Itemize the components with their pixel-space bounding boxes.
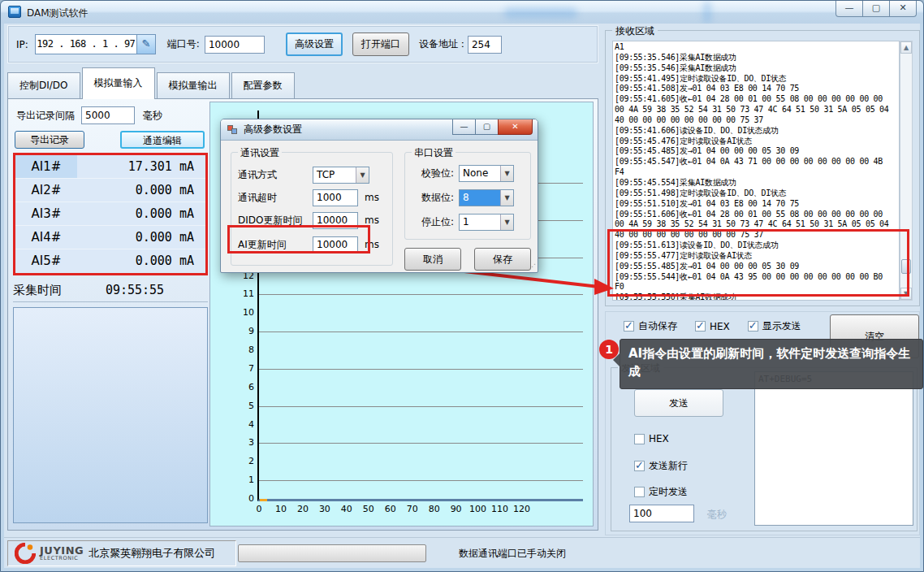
scrollbar-thumb[interactable] xyxy=(901,259,911,274)
chevron-down-icon[interactable]: ▼ xyxy=(500,214,513,230)
port-label: 端口号: xyxy=(167,37,200,51)
open-port-button[interactable]: 打开端口 xyxy=(352,32,409,56)
timed-send-checkbox[interactable]: 定时发送 xyxy=(634,485,688,499)
table-row[interactable]: AI4# 0.000 mA xyxy=(15,226,205,249)
progress-bar xyxy=(238,544,426,562)
comm-timeout-unit: ms xyxy=(365,192,379,203)
auto-save-label: 自动保存 xyxy=(638,319,677,333)
send-area-group: 发送区域 发送 HEX 发送新行 定时发送 毫秒 xyxy=(611,367,918,531)
auto-save-checkbox[interactable]: 自动保存 xyxy=(624,319,677,333)
dialog-minimize-button[interactable]: — xyxy=(452,119,476,135)
comm-group-title: 通讯设置 xyxy=(238,146,282,160)
x-tick-label: 60 xyxy=(385,504,396,514)
save-button[interactable]: 保存 xyxy=(474,248,531,271)
show-send-checkbox[interactable]: 显示发送 xyxy=(748,319,801,333)
table-row[interactable]: AI1# 17.301 mA xyxy=(15,155,205,179)
hex-send-label: HEX xyxy=(649,433,669,444)
ai-update-input[interactable] xyxy=(313,236,358,254)
chevron-down-icon[interactable]: ▼ xyxy=(500,190,513,206)
y-tick-label: 5 xyxy=(230,401,254,411)
device-addr-input[interactable] xyxy=(468,36,502,54)
collect-time-label: 采集时间 xyxy=(13,278,62,301)
advanced-settings-button[interactable]: 高级设置 xyxy=(286,32,343,56)
hex-send-checkbox[interactable]: HEX xyxy=(634,433,669,444)
brand-sub: ELECTRONIC xyxy=(40,556,84,561)
table-row[interactable]: AI2# 0.000 mA xyxy=(15,179,205,202)
parity-select[interactable]: None ▼ xyxy=(459,165,514,182)
y-tick-label: 10 xyxy=(230,307,254,318)
ai-channel[interactable]: AI5# xyxy=(15,249,77,273)
ip-value[interactable]: 192 . 168 . 1 . 97 xyxy=(36,35,136,54)
y-tick-label: 11 xyxy=(230,288,254,299)
gridline xyxy=(259,480,583,481)
y-tick-label: 4 xyxy=(230,419,254,430)
checkbox-icon[interactable] xyxy=(624,321,634,332)
table-row[interactable]: AI5# 0.000 mA xyxy=(15,249,205,273)
export-interval-label: 导出记录间隔 xyxy=(16,109,75,123)
chevron-down-icon[interactable]: ▼ xyxy=(500,166,513,181)
tab-control-dido[interactable]: 控制DI/DO xyxy=(7,72,80,99)
checkbox-icon[interactable] xyxy=(748,321,758,332)
send-text-input[interactable]: AT+DEBUG=5 xyxy=(754,371,913,526)
pencil-icon[interactable]: ✎ xyxy=(136,35,155,54)
export-interval-input[interactable] xyxy=(81,106,135,124)
checkbox-icon[interactable] xyxy=(634,487,645,497)
ai-update-label: AI更新时间 xyxy=(238,238,313,252)
tab-analog-input[interactable]: 模拟量输入 xyxy=(82,67,155,99)
ai-channel[interactable]: AI3# xyxy=(15,202,77,225)
gridline xyxy=(259,294,583,295)
dido-update-input[interactable] xyxy=(313,212,358,229)
port-input[interactable] xyxy=(205,36,265,54)
maximize-button[interactable]: ▢ xyxy=(862,1,890,17)
ai-value: 0.000 mA xyxy=(77,179,205,202)
parity-value: None xyxy=(460,166,500,181)
ai-value: 0.000 mA xyxy=(77,202,205,225)
hex-recv-checkbox[interactable]: HEX xyxy=(695,319,730,333)
tab-analog-output[interactable]: 模拟量输出 xyxy=(157,72,230,99)
x-tick-label: 50 xyxy=(363,504,374,514)
scroll-up-icon[interactable]: ▲ xyxy=(900,41,912,54)
channel-edit-button[interactable]: 通道编辑 xyxy=(120,131,205,149)
serial-settings-group: 串口设置 校验位: None ▼ 数据位: 8 ▼ xyxy=(404,152,531,240)
y-tick-label: 6 xyxy=(230,382,254,392)
log-scrollbar[interactable]: ▲ ▼ xyxy=(900,41,913,301)
checkbox-icon[interactable] xyxy=(634,434,645,444)
ip-input[interactable]: 192 . 168 . 1 . 97 ✎ xyxy=(35,34,156,54)
scroll-down-icon[interactable]: ▼ xyxy=(900,288,912,300)
comm-mode-select[interactable]: TCP ▼ xyxy=(313,167,369,184)
receive-log[interactable]: A1 [09:55:35.546]采集AI数据成功 [09:55:35.546]… xyxy=(612,41,900,301)
gridline xyxy=(259,406,583,407)
ai-value-table: AI1# 17.301 mA AI2# 0.000 mA AI3# 0.000 … xyxy=(13,153,208,275)
dialog-close-button[interactable]: ✕ xyxy=(498,119,533,135)
ai-channel[interactable]: AI2# xyxy=(15,179,77,202)
send-button[interactable]: 发送 xyxy=(634,389,723,417)
close-button[interactable]: ✕ xyxy=(889,1,917,17)
minimize-button[interactable]: — xyxy=(835,1,863,17)
cancel-button[interactable]: 取消 xyxy=(404,248,461,271)
export-record-button[interactable]: 导出记录 xyxy=(15,131,84,149)
checkbox-icon[interactable] xyxy=(695,321,706,332)
checkbox-icon[interactable] xyxy=(634,461,645,471)
x-tick-label: 70 xyxy=(407,504,418,514)
serial-group-title: 串口设置 xyxy=(412,146,456,160)
dialog-maximize-button[interactable]: ▢ xyxy=(475,119,499,135)
dialog-title-bar[interactable]: 高级参数设置 — ▢ ✕ xyxy=(221,119,538,141)
glass-reflection xyxy=(504,7,577,19)
send-newline-label: 发送新行 xyxy=(649,459,688,473)
table-row[interactable]: AI3# 0.000 mA xyxy=(15,202,205,226)
y-tick-label: 0 xyxy=(230,493,254,504)
status-bar: JUYING ELECTRONIC 北京聚英翱翔电子有限公司 数据通讯端口已手动… xyxy=(4,537,920,568)
send-interval-input[interactable] xyxy=(629,505,694,522)
x-tick-label: 100 xyxy=(469,504,486,514)
tab-config-params[interactable]: 配置参数 xyxy=(231,72,295,99)
ai-channel[interactable]: AI4# xyxy=(15,226,77,249)
send-newline-checkbox[interactable]: 发送新行 xyxy=(634,459,688,473)
chevron-down-icon[interactable]: ▼ xyxy=(356,167,369,183)
resize-grip-icon[interactable]: ⋰ xyxy=(529,262,536,271)
annotation-badge: 1 xyxy=(599,340,619,359)
device-addr-label: 设备地址： xyxy=(419,37,468,51)
ai-channel[interactable]: AI1# xyxy=(15,155,77,178)
stopbits-select[interactable]: 1 ▼ xyxy=(459,214,514,231)
comm-timeout-input[interactable] xyxy=(313,189,358,206)
databits-select[interactable]: 8 ▼ xyxy=(459,189,514,206)
